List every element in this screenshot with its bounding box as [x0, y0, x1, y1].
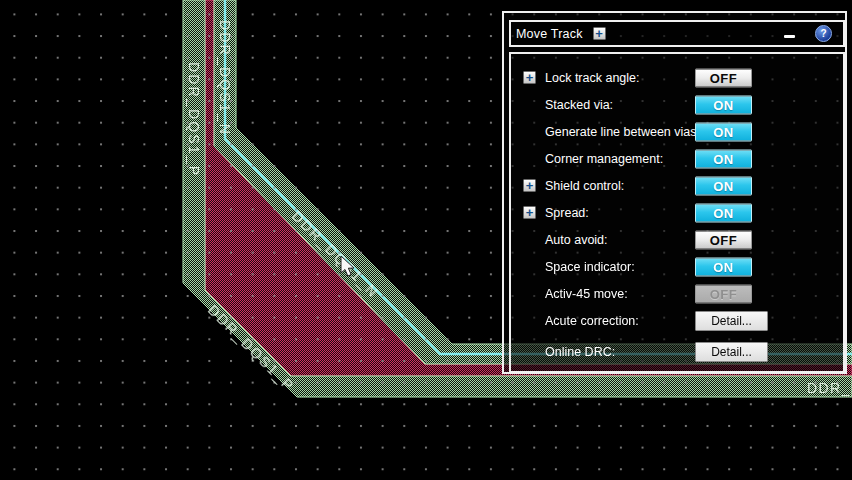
toggle-auto-avoid[interactable]: OFF	[695, 230, 752, 249]
expand-plus-icon[interactable]: +	[523, 206, 536, 219]
setting-row-shield-control: + Shield control: ON	[511, 172, 843, 199]
net-label-n-vertical: DDR_DQS1_N	[217, 20, 233, 136]
setting-row-spread: + Spread: ON	[511, 199, 843, 226]
toggle-generate-line-between-vias[interactable]: ON	[695, 122, 752, 141]
setting-label: Space indicator:	[545, 260, 635, 274]
toggle-activ-45-move: OFF	[695, 284, 752, 303]
toggle-corner-management[interactable]: ON	[695, 149, 752, 168]
setting-label: Auto avoid:	[545, 233, 608, 247]
setting-row-stacked-via: Stacked via: ON	[511, 91, 843, 118]
setting-row-activ-45-move: Activ-45 move: OFF	[511, 280, 843, 307]
title-expand-plus-icon[interactable]: +	[593, 27, 606, 40]
help-button[interactable]: ?	[815, 25, 832, 42]
setting-row-lock-track-angle: + Lock track angle: OFF	[511, 64, 843, 91]
net-label-bottom-right: DDR_D	[807, 380, 852, 396]
toggle-spread[interactable]: ON	[695, 203, 752, 222]
dialog-content: + Lock track angle: OFF Stacked via: ON …	[509, 52, 845, 373]
acute-correction-detail-button[interactable]: Detail...	[695, 311, 768, 331]
setting-label: Stacked via:	[545, 98, 613, 112]
setting-label: Shield control:	[545, 179, 624, 193]
setting-row-generate-line-between-vias: Generate line between vias: ON	[511, 118, 843, 145]
setting-row-space-indicator: Space indicator: ON	[511, 253, 843, 280]
move-track-dialog: Move Track + ? + Lock track angle: OFF S…	[502, 11, 847, 374]
setting-label: Spread:	[545, 206, 589, 220]
minimize-button[interactable]	[782, 27, 796, 41]
setting-label: Generate line between vias:	[545, 125, 700, 139]
setting-label: Activ-45 move:	[545, 287, 628, 301]
toggle-lock-track-angle[interactable]: OFF	[695, 68, 752, 87]
net-label-p-vertical: DDR_DQS1_P	[186, 62, 202, 177]
pcb-editor-viewport: DDR_DQS1_P DDR_DQS1_N DDR_DQS1_N DDR_DQS…	[0, 0, 852, 480]
setting-row-online-drc: Online DRC: Detail...	[511, 338, 843, 365]
setting-row-auto-avoid: Auto avoid: OFF	[511, 226, 843, 253]
toggle-space-indicator[interactable]: ON	[695, 257, 752, 276]
online-drc-detail-button[interactable]: Detail...	[695, 342, 768, 362]
setting-row-corner-management: Corner management: ON	[511, 145, 843, 172]
toggle-shield-control[interactable]: ON	[695, 176, 752, 195]
setting-label: Corner management:	[545, 152, 663, 166]
setting-label: Acute correction:	[545, 314, 639, 328]
expand-plus-icon[interactable]: +	[523, 71, 536, 84]
setting-label: Online DRC:	[545, 345, 615, 359]
minimize-icon	[784, 35, 795, 38]
dialog-titlebar[interactable]: Move Track + ?	[509, 20, 845, 47]
setting-row-acute-correction: Acute correction: Detail...	[511, 307, 843, 334]
toggle-stacked-via[interactable]: ON	[695, 95, 752, 114]
expand-plus-icon[interactable]: +	[523, 179, 536, 192]
setting-label: Lock track angle:	[545, 71, 640, 85]
dialog-title: Move Track	[516, 27, 583, 41]
